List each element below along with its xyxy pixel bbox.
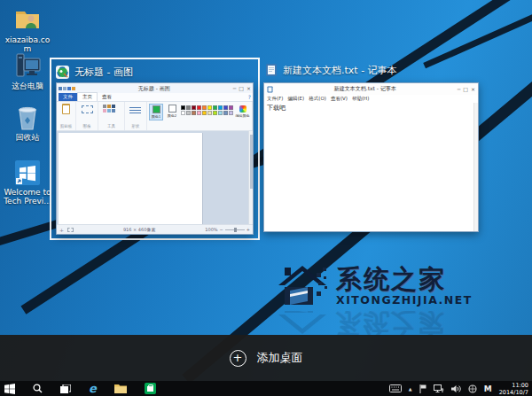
ribbon-group-image[interactable]: 图像 [76, 102, 99, 130]
paint-canvas[interactable] [59, 133, 203, 224]
desktop-icon-welcome[interactable]: Welcome to Tech Previ... [2, 159, 53, 206]
zoom-in-icon[interactable]: + [246, 227, 250, 232]
ribbon-group-tools[interactable]: 工具 [98, 102, 124, 130]
network-icon[interactable] [434, 384, 444, 393]
action-center-flag-icon[interactable] [419, 384, 426, 393]
palette-color-swatch[interactable] [223, 111, 228, 115]
menu-help[interactable]: 帮助(H) [352, 96, 369, 102]
palette-color-swatch[interactable] [202, 105, 207, 110]
desktop-icon-this-pc[interactable]: 这台电脑 [2, 51, 53, 90]
file-explorer-button[interactable] [114, 381, 127, 396]
watermark-reflection: 系统之家 XITONGZHIJIA.NET [278, 311, 473, 338]
palette-color-swatch[interactable] [186, 111, 191, 115]
tab-view[interactable]: 查看 [98, 93, 116, 101]
quick-access-toolbar[interactable] [59, 87, 75, 90]
taskview-thumbnail-notepad[interactable]: 新建文本文档.txt - 记事本 ─ □ × 文件(F) 编辑(E) 格式(O)… [263, 82, 479, 232]
color-palette[interactable] [181, 105, 233, 115]
search-button[interactable] [33, 381, 43, 396]
palette-color-swatch[interactable] [181, 105, 185, 110]
zoom-slider[interactable] [225, 229, 245, 230]
tools-icons [103, 105, 119, 113]
paint-thumbnail-title: 无标题 - 画图 [74, 66, 133, 79]
palette-color-swatch[interactable] [218, 111, 223, 115]
close-icon[interactable]: × [471, 84, 475, 94]
paint-window-preview[interactable]: 无标题 - 画图 ─ □ × 文件 主页 查看 ? 剪贴板 [56, 82, 254, 235]
minimize-icon[interactable]: ─ [458, 84, 461, 94]
task-view-button[interactable] [60, 381, 71, 396]
ribbon-group-colors[interactable]: 颜色1 颜色2 编辑颜色 [147, 102, 253, 130]
taskbar-clock[interactable]: 11:00 2014/10/7 [499, 382, 528, 396]
color-picker-icon [107, 109, 111, 113]
desktop-icon-recycle-bin[interactable]: 回收站 [2, 103, 53, 142]
notepad-text-area[interactable]: 下载吧 [264, 103, 478, 231]
notepad-thumbnail-label[interactable]: 新建文本文档.txt - 记事本 [265, 60, 397, 80]
palette-color-swatch[interactable] [218, 105, 223, 110]
color1-button[interactable]: 颜色1 [149, 104, 163, 120]
edit-colors-button[interactable]: 编辑颜色 [235, 105, 250, 118]
palette-color-swatch[interactable] [192, 105, 196, 110]
taskview-thumbnail-paint[interactable]: 无标题 - 画图 无标题 - 画图 ─ □ × 文件 主页 [50, 58, 260, 240]
paint-window-controls[interactable]: ─ □ × [233, 83, 251, 93]
palette-color-swatch[interactable] [229, 105, 233, 110]
shapes-icon [129, 105, 141, 115]
menu-format[interactable]: 格式(O) [309, 96, 326, 102]
zoom-slider-knob[interactable] [234, 228, 237, 232]
menu-file[interactable]: 文件(F) [267, 96, 283, 102]
ribbon-group-clipboard[interactable]: 剪贴板 [57, 102, 76, 130]
notepad-menubar: 文件(F) 编辑(E) 格式(O) 查看(V) 帮助(H) [264, 95, 478, 103]
zoom-control[interactable]: 100% − + [205, 227, 250, 232]
palette-color-swatch[interactable] [197, 111, 201, 115]
taskbar: e ▲ [0, 381, 532, 396]
notepad-titlebar: 新建文本文档.txt - 记事本 ─ □ × [264, 83, 478, 95]
palette-color-swatch[interactable] [213, 105, 217, 110]
minimize-icon[interactable]: ─ [233, 83, 237, 93]
paint-scrollbar[interactable] [248, 131, 253, 224]
palette-color-swatch[interactable] [207, 111, 212, 115]
edit-colors-icon [239, 105, 246, 113]
start-button[interactable] [4, 381, 15, 396]
maximize-icon[interactable]: □ [239, 83, 244, 93]
palette-color-swatch[interactable] [207, 105, 212, 110]
help-icon[interactable]: ? [248, 93, 251, 101]
palette-color-swatch[interactable] [202, 111, 207, 115]
palette-color-swatch[interactable] [213, 111, 217, 115]
menu-view[interactable]: 查看(V) [331, 96, 348, 102]
paint-statusbar: + 916 × 460像素 100% − + [57, 224, 253, 234]
clock-date: 2014/10/7 [499, 389, 528, 396]
paint-color1-swatch [153, 105, 160, 113]
paste-icon [62, 104, 70, 114]
desktop-icon-xiazaiba[interactable]: xiazaiba.com [2, 5, 53, 53]
tab-home[interactable]: 主页 [77, 92, 98, 101]
input-indicator-icon[interactable] [468, 384, 477, 393]
color2-button[interactable]: 颜色2 [165, 104, 179, 119]
zoom-out-icon[interactable]: − [220, 227, 223, 232]
watermark-subtitle: XITONGZHIJIA.NET [336, 293, 473, 307]
ime-language-badge[interactable]: M [484, 384, 492, 393]
add-desktop-plus-icon[interactable]: + [230, 350, 246, 367]
xitongzhijia-logo-icon [278, 262, 331, 308]
notepad-window-controls[interactable]: ─ □ × [458, 84, 475, 94]
palette-color-swatch[interactable] [192, 111, 196, 115]
desktop-screen: xiazaiba.com 这台电脑 回收站 Welcome to Tech Pr… [0, 0, 532, 396]
ribbon-group-shapes[interactable]: 形状 [125, 102, 148, 130]
internet-explorer-button[interactable]: e [89, 381, 97, 396]
palette-color-swatch[interactable] [223, 105, 228, 110]
menu-edit[interactable]: 编辑(E) [287, 96, 304, 102]
palette-color-swatch[interactable] [186, 105, 191, 110]
touch-keyboard-icon[interactable] [389, 384, 402, 392]
maximize-icon[interactable]: □ [463, 84, 468, 94]
tab-file[interactable]: 文件 [59, 93, 77, 101]
paint-app-icon [56, 66, 69, 79]
volume-icon[interactable] [451, 384, 461, 393]
zoom-level: 100% [205, 227, 217, 232]
show-hidden-icons-button[interactable]: ▲ [409, 386, 412, 392]
store-button[interactable] [145, 381, 156, 396]
close-icon[interactable]: × [246, 83, 251, 93]
internet-explorer-icon: e [89, 383, 97, 395]
notepad-scrollbar[interactable] [473, 103, 478, 231]
scrollbar-thumb[interactable] [250, 135, 253, 189]
add-desktop-button[interactable]: 添加桌面 [257, 350, 303, 366]
palette-color-swatch[interactable] [197, 105, 201, 110]
palette-color-swatch[interactable] [181, 111, 185, 115]
palette-color-swatch[interactable] [229, 111, 233, 115]
